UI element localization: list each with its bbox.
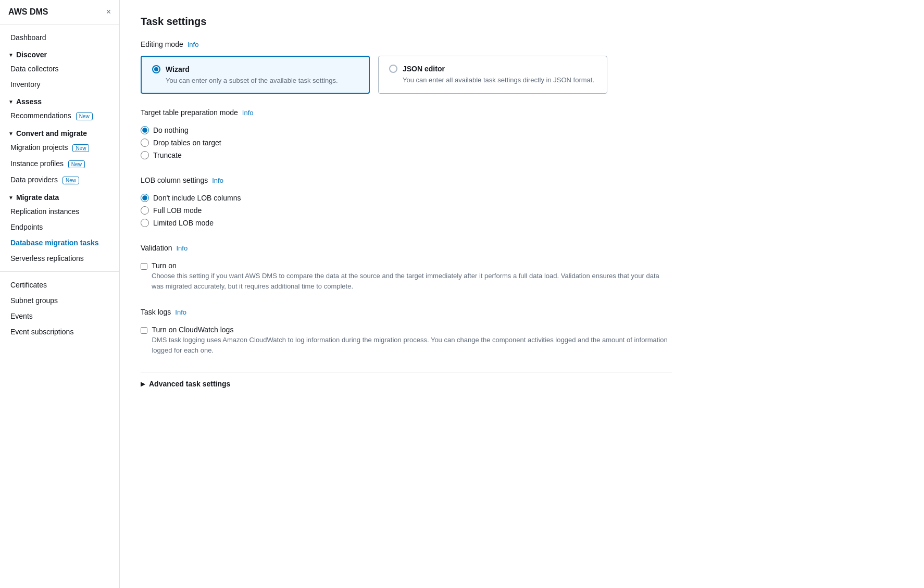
lob-column-section-label: LOB column settings Info <box>141 176 672 184</box>
validation-section-label: Validation Info <box>141 244 672 252</box>
task-logs-checkbox[interactable] <box>141 327 147 334</box>
target-table-drop-tables-radio[interactable] <box>141 139 149 147</box>
sidebar-item-data-providers[interactable]: Data providers New <box>0 172 119 188</box>
advanced-task-settings-toggle[interactable]: ▶ Advanced task settings <box>141 372 672 395</box>
json-editor-radio-card[interactable]: JSON editor You can enter all available … <box>378 56 607 94</box>
sidebar-item-inventory[interactable]: Inventory <box>0 77 119 92</box>
wizard-card-header: Wizard <box>152 65 358 73</box>
lob-column-radio-group: Don't include LOB columns Full LOB mode … <box>141 192 672 229</box>
sidebar-item-subnet-groups[interactable]: Subnet groups <box>0 293 119 308</box>
target-table-do-nothing-radio[interactable] <box>141 126 149 134</box>
json-editor-radio-dot <box>389 65 397 73</box>
sidebar-item-serverless-replications[interactable]: Serverless replications <box>0 251 119 266</box>
target-table-do-nothing[interactable]: Do nothing <box>141 124 672 136</box>
sidebar-item-certificates[interactable]: Certificates <box>0 277 119 293</box>
sidebar-item-instance-profiles[interactable]: Instance profiles New <box>0 156 119 172</box>
target-table-section-label: Target table preparation mode Info <box>141 108 672 117</box>
wizard-radio-card[interactable]: Wizard You can enter only a subset of th… <box>141 56 370 94</box>
sidebar-title: AWS DMS <box>8 7 48 17</box>
badge-new-migration-projects: New <box>72 144 89 152</box>
json-editor-card-header: JSON editor <box>389 65 596 73</box>
sidebar-section-discover: ▼ Discover <box>0 45 119 61</box>
lob-full-mode-radio[interactable] <box>141 206 149 215</box>
lob-full-mode[interactable]: Full LOB mode <box>141 204 672 217</box>
editing-mode-info-link[interactable]: Info <box>188 41 199 48</box>
badge-new-recommendations: New <box>76 112 93 120</box>
lob-dont-include[interactable]: Don't include LOB columns <box>141 192 672 204</box>
wizard-card-desc: You can enter only a subset of the avail… <box>152 77 358 84</box>
sidebar-section-migrate-data: ▼ Migrate data <box>0 188 119 204</box>
target-table-truncate-radio[interactable] <box>141 151 149 159</box>
target-table-drop-tables[interactable]: Drop tables on target <box>141 136 672 149</box>
task-logs-section-label: Task logs Info <box>141 308 672 316</box>
triangle-icon: ▼ <box>8 99 14 105</box>
sidebar-divider <box>0 271 119 272</box>
editing-mode-radio-cards: Wizard You can enter only a subset of th… <box>141 56 672 94</box>
wizard-radio-dot <box>152 65 160 73</box>
target-table-radio-group: Do nothing Drop tables on target Truncat… <box>141 124 672 161</box>
json-editor-card-desc: You can enter all available task setting… <box>389 76 596 84</box>
sidebar-item-event-subscriptions[interactable]: Event subscriptions <box>0 324 119 340</box>
target-table-info-link[interactable]: Info <box>242 109 254 117</box>
sidebar-item-migration-projects[interactable]: Migration projects New <box>0 140 119 156</box>
lob-dont-include-radio[interactable] <box>141 194 149 202</box>
sidebar: AWS DMS × Dashboard ▼ Discover Data coll… <box>0 0 120 588</box>
triangle-icon: ▼ <box>8 52 14 58</box>
sidebar-item-events[interactable]: Events <box>0 308 119 324</box>
task-logs-checkbox-group: Turn on CloudWatch logs DMS task logging… <box>141 323 672 357</box>
advanced-triangle-icon: ▶ <box>141 381 145 387</box>
validation-desc: Choose this setting if you want AWS DMS … <box>152 271 672 291</box>
lob-limited-mode-radio[interactable] <box>141 219 149 227</box>
sidebar-item-endpoints[interactable]: Endpoints <box>0 219 119 235</box>
validation-turn-on[interactable]: Turn on Choose this setting if you want … <box>141 259 672 293</box>
validation-checkbox[interactable] <box>141 262 147 270</box>
task-logs-info-link[interactable]: Info <box>175 308 186 316</box>
triangle-icon: ▼ <box>8 195 14 201</box>
sidebar-nav: Dashboard ▼ Discover Data collectors Inv… <box>0 24 119 345</box>
lob-column-info-link[interactable]: Info <box>212 177 223 184</box>
target-table-truncate[interactable]: Truncate <box>141 149 672 161</box>
sidebar-section-convert-migrate: ▼ Convert and migrate <box>0 124 119 140</box>
main-content: Task settings Editing mode Info Wizard Y… <box>120 0 924 588</box>
sidebar-item-recommendations[interactable]: Recommendations New <box>0 108 119 124</box>
sidebar-item-replication-instances[interactable]: Replication instances <box>0 204 119 219</box>
badge-new-data-providers: New <box>63 177 79 184</box>
sidebar-item-database-migration-tasks[interactable]: Database migration tasks <box>0 235 119 251</box>
task-logs-turn-on[interactable]: Turn on CloudWatch logs DMS task logging… <box>141 323 672 357</box>
sidebar-close-button[interactable]: × <box>106 8 111 16</box>
sidebar-header: AWS DMS × <box>0 0 119 24</box>
task-logs-desc: DMS task logging uses Amazon CloudWatch … <box>152 335 672 355</box>
validation-info-link[interactable]: Info <box>176 244 188 252</box>
sidebar-item-dashboard[interactable]: Dashboard <box>0 30 119 45</box>
triangle-icon: ▼ <box>8 131 14 136</box>
lob-limited-mode[interactable]: Limited LOB mode <box>141 217 672 229</box>
editing-mode-section-label: Editing mode Info <box>141 40 672 48</box>
validation-checkbox-group: Turn on Choose this setting if you want … <box>141 259 672 293</box>
page-title: Task settings <box>141 16 672 28</box>
sidebar-item-data-collectors[interactable]: Data collectors <box>0 61 119 77</box>
sidebar-section-assess: ▼ Assess <box>0 92 119 108</box>
badge-new-instance-profiles: New <box>68 160 85 168</box>
content-area: Task settings Editing mode Info Wizard Y… <box>120 0 693 411</box>
